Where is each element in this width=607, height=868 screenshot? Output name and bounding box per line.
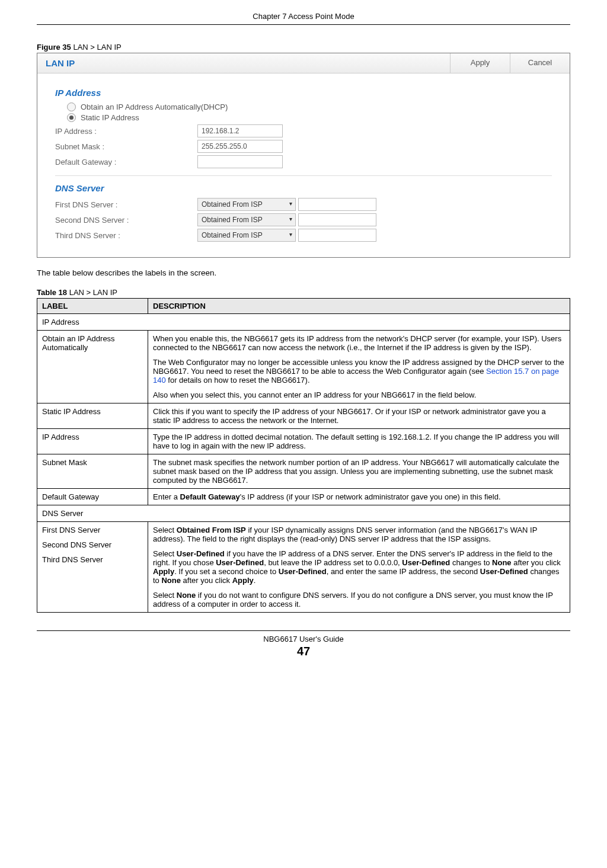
input-dns1[interactable] bbox=[298, 198, 376, 211]
cell-ipaddr-label: IP Address bbox=[37, 429, 148, 454]
cell-dns-labels: First DNS Server Second DNS Server Third… bbox=[37, 522, 148, 613]
figure-caption: Figure 35 LAN > LAN IP bbox=[37, 43, 570, 52]
section-dns-server: DNS Server bbox=[55, 183, 552, 193]
radio-static-label: Static IP Address bbox=[81, 113, 139, 122]
page-number: 47 bbox=[37, 645, 570, 658]
cell-ipaddr-desc: Type the IP address in dotted decimal no… bbox=[148, 429, 570, 454]
input-dns3[interactable] bbox=[298, 229, 376, 242]
screenshot-divider bbox=[55, 175, 552, 176]
table-caption: Table 18 LAN > LAN IP bbox=[37, 288, 570, 297]
table-title: LAN > LAN IP bbox=[67, 288, 117, 297]
radio-static[interactable] bbox=[67, 113, 76, 122]
cell-dns-desc: Select Obtained From ISP if your ISP dyn… bbox=[148, 522, 570, 613]
intro-text: The table below describes the labels in … bbox=[37, 268, 570, 277]
section-ip-address: IP Address bbox=[55, 88, 552, 98]
label-dns1: First DNS Server : bbox=[55, 200, 197, 209]
table-row: Obtain an IP Address Automatically When … bbox=[37, 331, 570, 403]
figure-title: LAN > LAN IP bbox=[71, 43, 122, 52]
table-number: Table 18 bbox=[37, 288, 67, 297]
row-ip-section: IP Address bbox=[37, 314, 570, 331]
th-description: DESCRIPTION bbox=[148, 299, 570, 314]
description-table: LABEL DESCRIPTION IP Address Obtain an I… bbox=[37, 298, 570, 613]
select-dns1[interactable]: Obtained From ISP bbox=[197, 198, 296, 211]
select-dns3[interactable]: Obtained From ISP bbox=[197, 229, 296, 242]
input-subnet-mask[interactable] bbox=[197, 140, 283, 153]
select-dns2[interactable]: Obtained From ISP bbox=[197, 213, 296, 226]
row-dns-section: DNS Server bbox=[37, 505, 570, 522]
divider-top bbox=[37, 24, 570, 25]
table-row: Static IP Address Click this if you want… bbox=[37, 403, 570, 429]
label-dns2: Second DNS Server : bbox=[55, 216, 197, 225]
cell-obtain-desc: When you enable this, the NBG6617 gets i… bbox=[148, 331, 570, 403]
label-subnet-mask: Subnet Mask : bbox=[55, 142, 197, 151]
table-row: First DNS Server Second DNS Server Third… bbox=[37, 522, 570, 613]
lan-ip-screenshot: LAN IP Apply Cancel IP Address Obtain an… bbox=[37, 53, 570, 258]
cell-obtain-label: Obtain an IP Address Automatically bbox=[37, 331, 148, 403]
cell-subnet-label: Subnet Mask bbox=[37, 454, 148, 489]
table-row: IP Address Type the IP address in dotted… bbox=[37, 429, 570, 454]
radio-dhcp-label: Obtain an IP Address Automatically(DHCP) bbox=[81, 103, 228, 111]
cell-gateway-desc: Enter a Default Gateway's IP address (if… bbox=[148, 489, 570, 505]
divider-bottom bbox=[37, 630, 570, 631]
table-row: Default Gateway Enter a Default Gateway'… bbox=[37, 489, 570, 505]
chapter-header: Chapter 7 Access Point Mode bbox=[37, 12, 570, 24]
table-row: Subnet Mask The subnet mask specifies th… bbox=[37, 454, 570, 489]
cell-static-label: Static IP Address bbox=[37, 403, 148, 429]
label-ip-address: IP Address : bbox=[55, 127, 197, 136]
radio-dhcp[interactable] bbox=[67, 103, 76, 111]
label-default-gateway: Default Gateway : bbox=[55, 158, 197, 166]
label-dns3: Third DNS Server : bbox=[55, 231, 197, 240]
th-label: LABEL bbox=[37, 299, 148, 314]
cell-gateway-label: Default Gateway bbox=[37, 489, 148, 505]
input-default-gateway[interactable] bbox=[197, 155, 283, 168]
cell-static-desc: Click this if you want to specify the IP… bbox=[148, 403, 570, 429]
input-ip-address[interactable] bbox=[197, 124, 283, 137]
input-dns2[interactable] bbox=[298, 213, 376, 226]
footer-text: NBG6617 User's Guide bbox=[37, 635, 570, 643]
cancel-button[interactable]: Cancel bbox=[510, 53, 570, 73]
apply-button[interactable]: Apply bbox=[450, 53, 510, 73]
figure-number: Figure 35 bbox=[37, 43, 71, 52]
panel-title: LAN IP bbox=[37, 53, 450, 73]
cell-subnet-desc: The subnet mask specifies the network nu… bbox=[148, 454, 570, 489]
